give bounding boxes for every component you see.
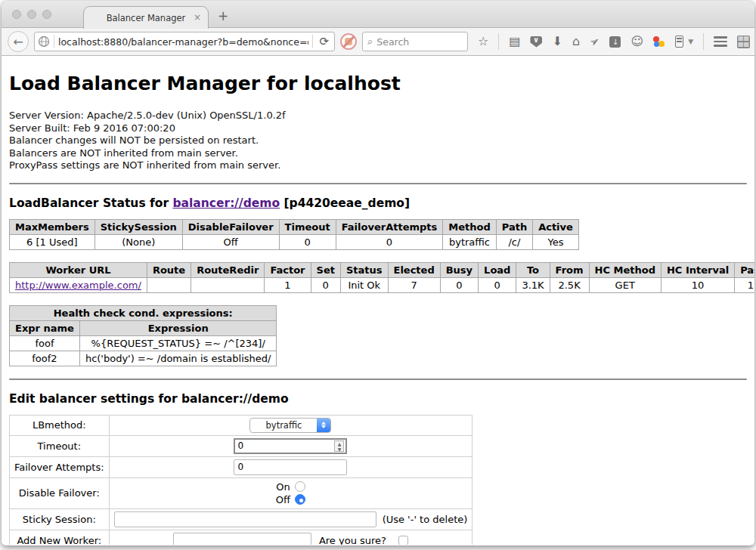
lbmethod-select[interactable]: bytraffic [249, 418, 331, 433]
expr-name-cell: foof [10, 335, 80, 351]
sticky-session-label: Sticky Session: [10, 508, 110, 530]
timeout-label: Timeout: [10, 435, 110, 456]
col-header: Timeout [279, 219, 336, 234]
cell: 6 [1 Used] [10, 234, 95, 249]
are-you-sure-checkbox[interactable] [398, 536, 408, 545]
col-header: Status [340, 262, 388, 277]
caret-down-icon[interactable]: ▼ [688, 38, 693, 45]
form-row-disable-failover: Disable Failover: On Off [10, 477, 472, 508]
cell: /c/ [496, 234, 532, 249]
cell: 10 [661, 277, 734, 292]
table-row: http://www.example.com/ 1 0 Init Ok 7 0 … [10, 277, 755, 292]
table-title-row: Health check cond. expressions: [10, 305, 277, 320]
cell: 0 [479, 277, 516, 292]
cell: bytraffic [443, 234, 496, 249]
form-row-add-worker: Add New Worker: Are you sure? [10, 530, 472, 545]
lbmethod-label: LBmethod: [10, 415, 110, 435]
pocket-icon[interactable] [530, 36, 542, 48]
form-row-sticky: Sticky Session: (Use '-' to delete) [10, 508, 472, 530]
cell: Yes [533, 234, 579, 249]
on-radio[interactable] [295, 481, 305, 492]
title-bar: Balancer Manager × + [2, 1, 754, 28]
col-header: StickySession [94, 219, 182, 234]
col-header: Factor [265, 262, 311, 277]
timeout-input[interactable] [235, 440, 334, 451]
tab-close-icon[interactable]: × [194, 12, 201, 23]
cell: Init Ok [340, 277, 388, 292]
content-blocker-icon[interactable] [340, 33, 357, 50]
cell: GET [589, 277, 661, 292]
add-worker-label: Add New Worker: [10, 530, 110, 545]
health-check-table: Health check cond. expressions: Expr nam… [9, 305, 277, 366]
health-table-title: Health check cond. expressions: [10, 305, 277, 320]
url-text[interactable]: localhost:8880/balancer-manager?b=demo&n… [58, 36, 308, 48]
back-icon: ← [13, 35, 23, 49]
new-tab-button[interactable]: + [218, 8, 228, 23]
browser-tab[interactable]: Balancer Manager × [83, 6, 209, 29]
url-bar[interactable]: localhost:8880/balancer-manager?b=demo&n… [34, 32, 335, 51]
edit-settings-heading: Edit balancer settings for balancer://de… [9, 392, 747, 406]
table-header-row: Expr name Expression [10, 320, 277, 335]
container-extension-icon[interactable] [675, 36, 683, 48]
smiley-extension-icon[interactable]: ☺ [631, 36, 643, 48]
cell: 3.1K [516, 277, 550, 292]
close-window-button[interactable] [12, 10, 21, 19]
table-row: foof %{REQUEST_STATUS} =~ /^[234]/ [10, 335, 277, 351]
zoom-window-button[interactable] [42, 10, 51, 19]
download-icon[interactable]: ⬇ [552, 36, 562, 48]
col-header: Worker URL [10, 262, 147, 277]
search-icon: ⌕ [367, 36, 373, 48]
url-divider-2 [312, 35, 313, 48]
home-icon[interactable]: ⌂ [572, 36, 580, 48]
failover-attempts-label: Failover Attempts: [10, 456, 110, 477]
col-header: HC Method [589, 262, 661, 277]
table-header-row: MaxMembers StickySession DisableFailover… [10, 219, 579, 234]
edit-settings-form: LBmethod: bytraffic Timeout: ▲▼ [9, 415, 472, 545]
sticky-session-input[interactable] [114, 511, 376, 527]
search-input[interactable] [376, 36, 463, 48]
cell [191, 277, 265, 292]
lb-status-heading: LoadBalancer Status for balancer://demo … [9, 196, 747, 210]
nav-toolbar: ← localhost:8880/balancer-manager?b=demo… [2, 28, 754, 56]
send-icon[interactable]: ➢ [587, 34, 603, 50]
stepper-icon[interactable]: ▲▼ [334, 440, 344, 452]
server-version-line: Server Version: Apache/2.5.0-dev (Unix) … [9, 110, 747, 122]
video-download-extension-icon[interactable]: ↓ [609, 36, 621, 48]
timeout-field-frame: ▲▼ [234, 438, 347, 454]
back-button[interactable]: ← [8, 31, 29, 52]
inherit-note-line: Balancers are NOT inherited from main se… [9, 147, 747, 160]
url-divider [54, 35, 54, 48]
balancer-demo-link[interactable]: balancer://demo [172, 196, 280, 210]
expr-name-cell: foof2 [10, 351, 80, 366]
off-radio[interactable] [295, 494, 305, 505]
cell: 1 (0) [735, 277, 754, 292]
cell: 1 [265, 277, 311, 292]
cell: 0 [311, 277, 340, 292]
minimize-window-button[interactable] [27, 10, 36, 19]
browser-window: Balancer Manager × + ← localhost:8880/ba… [2, 1, 754, 545]
disable-failover-label: Disable Failover: [10, 477, 110, 508]
reload-icon[interactable]: ⟳ [317, 35, 331, 48]
worker-url-link[interactable]: http://www.example.com/ [15, 280, 141, 291]
colored-dots-extension-icon[interactable] [653, 36, 665, 48]
search-bar[interactable]: ⌕ [362, 32, 468, 51]
are-you-sure-label: Are you sure? [319, 535, 386, 545]
on-radio-label: On [276, 480, 290, 493]
form-row-lbmethod: LBmethod: bytraffic [10, 415, 472, 435]
menu-icon[interactable] [714, 36, 727, 47]
clipboard-icon[interactable]: ▤ [509, 36, 520, 48]
expression-cell: %{REQUEST_STATUS} =~ /^[234]/ [79, 335, 277, 351]
globe-icon [38, 36, 50, 48]
col-header: Elected [388, 262, 440, 277]
col-header: HC Interval [661, 262, 734, 277]
col-header: DisableFailover [182, 219, 279, 234]
col-header: Load [479, 262, 516, 277]
form-row-timeout: Timeout: ▲▼ [10, 435, 472, 456]
failover-attempts-input[interactable] [234, 459, 347, 475]
grid-extension-icon[interactable]: ▦▦▦▦ [737, 36, 750, 48]
bookmark-star-icon[interactable]: ☆ [478, 36, 488, 48]
sticky-delete-hint: (Use '-' to delete) [383, 514, 468, 525]
expression-cell: hc('body') =~ /domain is established/ [79, 351, 277, 366]
toolbar-separator-2 [703, 33, 704, 50]
add-worker-input[interactable] [173, 533, 311, 545]
